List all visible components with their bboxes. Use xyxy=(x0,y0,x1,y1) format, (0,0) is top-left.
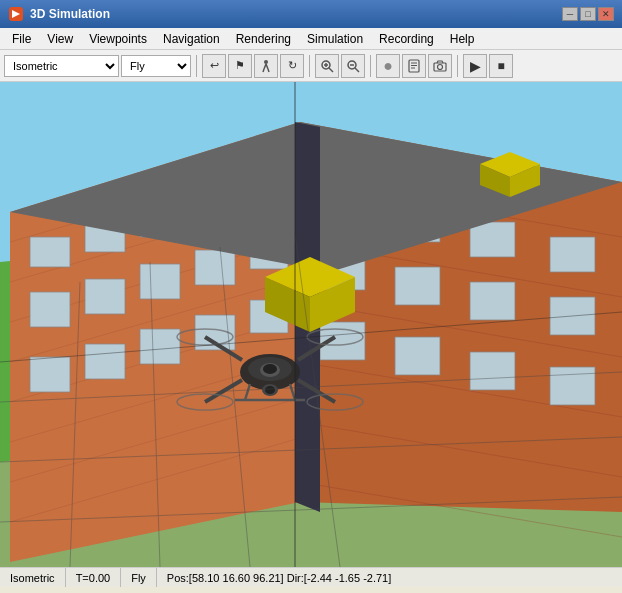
svg-point-19 xyxy=(438,64,443,69)
svg-rect-56 xyxy=(470,222,515,257)
svg-point-77 xyxy=(263,364,277,374)
svg-line-8 xyxy=(329,68,333,72)
toggle-button[interactable]: ● xyxy=(376,54,400,78)
svg-rect-64 xyxy=(470,352,515,390)
svg-rect-65 xyxy=(550,367,595,405)
svg-point-2 xyxy=(264,60,268,64)
stop-button[interactable]: ■ xyxy=(489,54,513,78)
toolbar-separator-2 xyxy=(309,55,310,77)
status-view: Isometric xyxy=(0,568,66,587)
window-controls[interactable]: ─ □ ✕ xyxy=(562,7,614,21)
status-position-label: Pos:[58.10 16.60 96.21] Dir:[-2.44 -1.65… xyxy=(167,572,391,584)
menu-item-file[interactable]: File xyxy=(4,30,39,48)
svg-line-4 xyxy=(266,64,268,69)
status-time-label: T=0.00 xyxy=(76,572,111,584)
svg-rect-46 xyxy=(140,264,180,299)
svg-rect-45 xyxy=(85,279,125,314)
status-position: Pos:[58.10 16.60 96.21] Dir:[-2.44 -1.65… xyxy=(157,568,622,587)
title-bar: 3D Simulation ─ □ ✕ xyxy=(0,0,622,28)
svg-rect-60 xyxy=(470,282,515,320)
svg-rect-57 xyxy=(550,237,595,272)
status-time: T=0.00 xyxy=(66,568,122,587)
svg-point-90 xyxy=(265,386,275,394)
zoom-out-button[interactable] xyxy=(341,54,365,78)
svg-rect-63 xyxy=(395,337,440,375)
svg-rect-51 xyxy=(140,329,180,364)
flag-button[interactable]: ⚑ xyxy=(228,54,252,78)
app-icon xyxy=(8,6,24,22)
scene-svg xyxy=(0,82,622,567)
rewind-button[interactable]: ↩ xyxy=(202,54,226,78)
maximize-button[interactable]: □ xyxy=(580,7,596,21)
svg-line-12 xyxy=(355,68,359,72)
doc-button[interactable] xyxy=(402,54,426,78)
svg-rect-50 xyxy=(85,344,125,379)
status-nav: Fly xyxy=(121,568,157,587)
viewport[interactable] xyxy=(0,82,622,567)
menu-item-simulation[interactable]: Simulation xyxy=(299,30,371,48)
menu-item-recording[interactable]: Recording xyxy=(371,30,442,48)
toolbar: Isometric Top Front Side Perspective Fly… xyxy=(0,50,622,82)
svg-line-5 xyxy=(263,69,264,72)
walk-button[interactable] xyxy=(254,54,278,78)
svg-rect-39 xyxy=(30,237,70,267)
status-nav-label: Fly xyxy=(131,572,146,584)
minimize-button[interactable]: ─ xyxy=(562,7,578,21)
window-title: 3D Simulation xyxy=(30,7,562,21)
svg-rect-59 xyxy=(395,267,440,305)
svg-line-6 xyxy=(268,69,269,72)
view-select[interactable]: Isometric Top Front Side Perspective xyxy=(4,55,119,77)
nav-select[interactable]: Fly Walk Orbit Pan xyxy=(121,55,191,77)
rotate-button[interactable]: ↻ xyxy=(280,54,304,78)
menu-item-rendering[interactable]: Rendering xyxy=(228,30,299,48)
menu-item-navigation[interactable]: Navigation xyxy=(155,30,228,48)
svg-rect-44 xyxy=(30,292,70,327)
play-button[interactable]: ▶ xyxy=(463,54,487,78)
menu-bar: FileViewViewpointsNavigationRenderingSim… xyxy=(0,28,622,50)
menu-item-view[interactable]: View xyxy=(39,30,81,48)
status-bar: Isometric T=0.00 Fly Pos:[58.10 16.60 96… xyxy=(0,567,622,587)
menu-item-help[interactable]: Help xyxy=(442,30,483,48)
toolbar-separator-4 xyxy=(457,55,458,77)
svg-rect-47 xyxy=(195,250,235,285)
zoom-in-button[interactable] xyxy=(315,54,339,78)
menu-item-viewpoints[interactable]: Viewpoints xyxy=(81,30,155,48)
status-view-label: Isometric xyxy=(10,572,55,584)
camera-button[interactable] xyxy=(428,54,452,78)
close-button[interactable]: ✕ xyxy=(598,7,614,21)
svg-rect-49 xyxy=(30,357,70,392)
toolbar-separator-1 xyxy=(196,55,197,77)
toolbar-separator-3 xyxy=(370,55,371,77)
